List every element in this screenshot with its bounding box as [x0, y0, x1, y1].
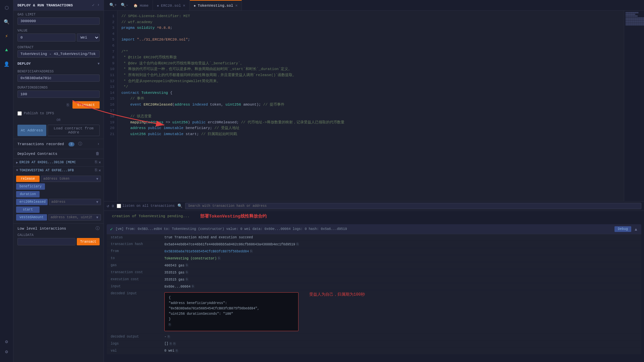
transact-calldata-button[interactable]: Transact — [77, 238, 100, 245]
panel-title: DEPLOY & RUN TRANSACTIONS — [17, 3, 73, 7]
info-icon2[interactable]: ⓘ — [96, 226, 100, 231]
erc20-copy-icon[interactable]: ⎘ — [95, 160, 97, 165]
gas-copy[interactable]: ⎘ — [186, 263, 188, 267]
sidebar-icon-deploy[interactable]: ⚡ — [2, 31, 12, 41]
low-level-title: Low level interactions — [17, 227, 66, 231]
at-address-button[interactable]: At Address — [17, 125, 46, 136]
vested-input[interactable] — [48, 214, 94, 221]
release-dropdown[interactable]: ▼ — [94, 176, 101, 182]
tokenvesting-copy-icon[interactable]: ⎘ — [95, 168, 97, 173]
decoded-input-row: decoded input { "address beneficiaryAddr… — [107, 290, 641, 334]
sidebar-icon-search[interactable]: 🔍 — [2, 17, 12, 27]
zoom-in-icon[interactable]: 🔍+ — [108, 2, 118, 8]
to-text: TokenVesting (constructor) — [164, 257, 217, 260]
transact-button[interactable]: transact — [72, 101, 100, 109]
decoded-output-copy[interactable]: ⎘ — [168, 335, 170, 339]
tab-tokenvesting[interactable]: ◈ TokenVesting.sol ✕ — [190, 0, 242, 10]
vested-dropdown[interactable]: ▼ — [94, 214, 101, 221]
logs-open: [] — [164, 342, 168, 346]
decoded-copy[interactable]: ⎘ — [169, 323, 171, 327]
start-button[interactable]: start — [16, 206, 40, 213]
txcost-text: 353515 gas — [164, 271, 184, 275]
tab-home[interactable]: 🏠 Home — [129, 0, 153, 10]
load-contract-button[interactable]: Load contract from Addre — [48, 125, 100, 136]
unit-select[interactable]: Wei Gwei Ether — [77, 34, 100, 42]
contract-input[interactable] — [17, 50, 100, 58]
erc20released-dropdown[interactable]: ▼ — [94, 199, 101, 205]
zoom-out-icon[interactable]: 🔍- — [119, 2, 129, 8]
panel-header-icons: ✓ › — [92, 3, 100, 8]
duration-func-row: duration — [16, 191, 101, 197]
tokenvesting-contract-header[interactable]: ▼ TOKENVESTING AT 0XF8E...9FB ⎘ ✕ — [13, 167, 104, 174]
txcost-copy[interactable]: ⎘ — [186, 270, 188, 275]
beneficiary-input[interactable] — [17, 74, 100, 82]
execcost-copy[interactable]: ⎘ — [186, 278, 188, 282]
trash-icon[interactable]: 🗑 — [96, 151, 100, 156]
tx-reset-icon[interactable]: ↺ — [107, 203, 109, 208]
collapse-button[interactable]: ▲ — [634, 227, 638, 232]
erc20-contract-header[interactable]: ▶ ERC20 AT 0XD91...39138 (MEMC ⎘ ✕ — [13, 159, 104, 166]
release-input[interactable] — [41, 176, 94, 182]
from-copy[interactable]: ⎘ — [250, 249, 253, 253]
erc20-close-icon[interactable]: ✕ — [99, 160, 101, 165]
vested-button[interactable]: vestedAmount — [16, 214, 47, 221]
sidebar-icon-settings2[interactable]: ⚙ — [2, 347, 12, 357]
decoded-input-close: } — [169, 317, 294, 322]
deploy-section-header[interactable]: DEPLOY ▼ — [13, 60, 104, 68]
erc20-tab-label: ERC20.sol — [161, 4, 181, 8]
beneficiary-button[interactable]: beneficiary — [16, 183, 45, 190]
left-sidebar: ⬡ 🔍 ⚡ ▲ 👤 ⚙ ⚙ — [0, 0, 13, 362]
duration-input[interactable] — [17, 90, 100, 98]
arrow-icon[interactable]: › — [97, 3, 100, 8]
decoded-output-text: - — [164, 335, 166, 339]
main-content: 🔍+ 🔍- 🏠 Home ◈ ERC20.sol ✕ ◈ TokenVestin… — [104, 0, 644, 362]
from-addr: 0x5B38Da6a701e5685454CfcB03fcB875f56bedd… — [164, 250, 249, 253]
tokenvesting-icons: ⎘ ✕ — [95, 168, 101, 173]
decoded-input-duration: "uint256 durationSeconds": "100" — [169, 311, 294, 317]
contract-group: CONTRACT — [13, 44, 104, 60]
release-button[interactable]: release — [16, 176, 40, 182]
input-copy[interactable]: ⎘ — [192, 285, 194, 289]
tx-search-input[interactable] — [185, 203, 641, 209]
tokenvesting-close-icon[interactable]: ✕ — [99, 168, 101, 173]
transactions-section: Transactions recorded 3 ⓘ › — [13, 139, 104, 149]
debug-button[interactable]: Debug — [614, 226, 631, 232]
to-copy[interactable]: ⎘ — [218, 256, 220, 260]
logs-copy1[interactable]: ⎘ — [170, 342, 172, 346]
decoded-input-box: { "address beneficiaryAddress": "0x5B38D… — [164, 292, 299, 331]
copy-button[interactable]: ⎘ — [65, 102, 70, 108]
value-input[interactable] — [17, 34, 75, 42]
transactions-expand[interactable]: › — [97, 142, 100, 146]
sidebar-icon-settings[interactable]: ⚙ — [2, 337, 12, 347]
calldata-input[interactable] — [17, 238, 75, 245]
logs-copy2[interactable]: ⎘ — [173, 342, 176, 346]
tokenvesting-tab-close[interactable]: ✕ — [235, 3, 237, 8]
sidebar-icon-home[interactable]: ⬡ — [2, 3, 12, 13]
val-copy[interactable]: ⎘ — [176, 349, 178, 353]
low-level-section: Low level interactions ⓘ CALLDATA Transa… — [13, 223, 104, 247]
check-icon[interactable]: ✓ — [92, 3, 95, 8]
at-address-row: At Address Load contract from Addre — [13, 123, 104, 139]
info-icon[interactable]: ⓘ — [78, 142, 82, 146]
txhash-label: transaction hash — [111, 242, 158, 246]
val-value: 0 wei ⎘ — [164, 349, 637, 353]
sidebar-icon-user[interactable]: 👤 — [2, 59, 12, 69]
publish-ipfs-label: Publish to IPFS — [24, 112, 54, 115]
val-row: val 0 wei ⎘ — [107, 348, 641, 355]
txhash-copy[interactable]: ⎘ — [297, 242, 299, 246]
start-row: start — [16, 206, 101, 213]
erc20-tab-close[interactable]: ✕ — [183, 3, 185, 8]
tab-erc20[interactable]: ◈ ERC20.sol ✕ — [153, 0, 190, 10]
tx-listen-checkbox[interactable] — [117, 204, 121, 208]
duration-button[interactable]: duration — [16, 191, 40, 197]
decoded-input-label: decoded input — [111, 292, 158, 295]
gas-limit-input[interactable] — [17, 17, 100, 25]
beneficiary-label: BENEFICIARYADDRESS — [17, 70, 100, 73]
publish-ipfs-checkbox[interactable] — [17, 111, 22, 116]
sidebar-icon-run[interactable]: ▲ — [2, 45, 12, 55]
erc20released-input[interactable] — [49, 199, 94, 205]
tokenvesting-chevron: ▼ — [16, 169, 18, 172]
status-row: status true Transaction mined and execut… — [107, 234, 641, 241]
val-text: 0 wei — [164, 349, 174, 353]
erc20released-button[interactable]: erc20Released — [16, 199, 48, 205]
